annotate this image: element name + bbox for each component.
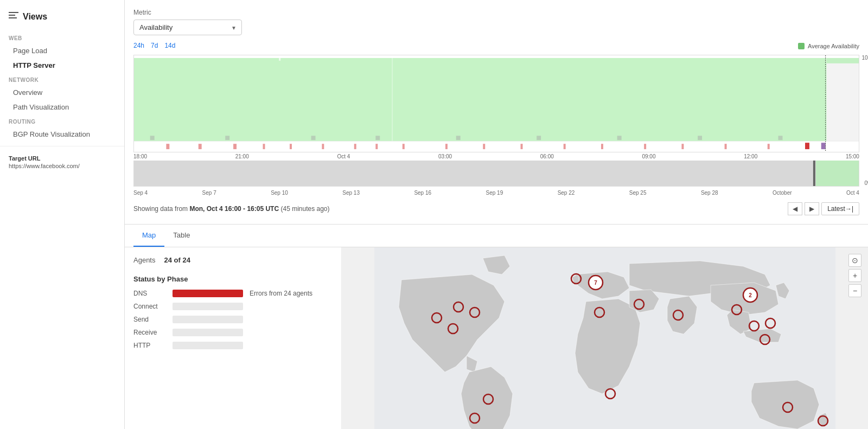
- phase-name-send: Send: [133, 316, 166, 323]
- target-url-label: Target URL: [9, 155, 116, 162]
- y-axis-0: 0%: [865, 180, 868, 186]
- map-zoom-out-btn[interactable]: −: [848, 284, 861, 297]
- sidebar-item-path-visualization[interactable]: Path Visualization: [0, 100, 124, 114]
- svg-rect-32: [456, 136, 461, 140]
- metric-label: Metric: [133, 9, 859, 16]
- x-label-1800: 18:00: [133, 153, 147, 159]
- phase-name-http: HTTP: [133, 342, 166, 349]
- map-zoom-in-btn[interactable]: +: [848, 269, 861, 282]
- x-mini-sep22: Sep 22: [558, 190, 575, 196]
- tab-table[interactable]: Table: [164, 225, 199, 247]
- metric-select-wrapper: Availability Response Time ▼: [133, 20, 242, 35]
- svg-rect-20: [564, 144, 566, 149]
- eastasia-cluster-count: 2: [749, 292, 752, 298]
- sidebar-section-routing: ROUTING: [0, 114, 124, 127]
- svg-rect-29: [225, 136, 229, 140]
- sidebar-header: Views: [0, 7, 124, 31]
- svg-rect-0: [9, 12, 18, 13]
- x-mini-sep28: Sep 28: [701, 190, 718, 196]
- x-label-2100: 21:00: [235, 153, 249, 159]
- svg-rect-31: [375, 136, 380, 140]
- phase-name-connect: Connect: [133, 303, 166, 310]
- phase-name-dns: DNS: [133, 290, 166, 297]
- sidebar: Views WEB Page Load HTTP Server NETWORK …: [0, 0, 125, 429]
- svg-rect-25: [768, 144, 770, 149]
- chart-panel: Metric Availability Response Time ▼ 24h …: [125, 0, 868, 225]
- time-btn-7d[interactable]: 7d: [151, 42, 158, 49]
- x-label-oct4: Oct 4: [337, 153, 350, 159]
- next-btn[interactable]: ▶: [805, 202, 819, 215]
- sidebar-item-overview[interactable]: Overview: [0, 85, 124, 100]
- mini-timeline-svg: [134, 161, 859, 186]
- sidebar-item-http-server[interactable]: HTTP Server: [0, 58, 124, 73]
- x-axis-mini: Sep 4 Sep 7 Sep 10 Sep 13 Sep 16 Sep 19 …: [133, 189, 859, 197]
- phase-row-send: Send: [133, 316, 333, 323]
- x-mini-october: October: [773, 190, 792, 196]
- svg-rect-35: [698, 136, 702, 140]
- svg-rect-4: [827, 58, 859, 141]
- phase-bar-receive: [173, 329, 243, 336]
- svg-rect-40: [816, 161, 859, 186]
- x-mini-sep7: Sep 7: [202, 190, 216, 196]
- phase-bar-http: [173, 342, 243, 349]
- svg-rect-12: [290, 144, 292, 149]
- svg-rect-27: [821, 143, 826, 149]
- status-bar: Showing data from Mon, Oct 4 16:00 - 16:…: [133, 197, 859, 215]
- agents-value: 24 of 24: [164, 256, 190, 264]
- svg-rect-9: [199, 144, 202, 149]
- svg-rect-7: [392, 58, 393, 141]
- x-mini-sep10: Sep 10: [271, 190, 288, 196]
- x-label-0300: 03:00: [438, 153, 452, 159]
- svg-rect-23: [681, 144, 684, 149]
- tabs-bar: Map Table: [125, 225, 868, 247]
- phase-bar-send: [173, 316, 243, 323]
- left-panel: Agents 24 of 24 Status by Phase DNS Erro…: [125, 247, 342, 429]
- prev-btn[interactable]: ◀: [788, 202, 802, 215]
- latest-btn[interactable]: Latest→|: [821, 202, 859, 215]
- map-reset-btn[interactable]: ⊙: [848, 254, 861, 267]
- svg-rect-5: [827, 58, 859, 63]
- status-text: Showing data from Mon, Oct 4 16:00 - 16:…: [133, 205, 330, 213]
- views-icon: [9, 11, 18, 22]
- svg-rect-30: [311, 136, 316, 140]
- svg-rect-41: [813, 161, 815, 186]
- x-label-0600: 06:00: [540, 153, 554, 159]
- svg-rect-26: [805, 143, 809, 149]
- phase-row-dns: DNS Errors from 24 agents: [133, 290, 333, 297]
- x-mini-sep4: Sep 4: [133, 190, 148, 196]
- status-by-phase: Status by Phase DNS Errors from 24 agent…: [133, 275, 333, 349]
- svg-rect-3: [134, 58, 827, 141]
- svg-rect-13: [322, 144, 324, 149]
- phase-bar-dns: [173, 290, 243, 297]
- dns-error-label: Errors from 24 agents: [250, 290, 312, 297]
- svg-rect-1: [9, 15, 15, 16]
- sidebar-item-page-load[interactable]: Page Load: [0, 43, 124, 58]
- svg-rect-11: [263, 144, 265, 149]
- svg-rect-36: [778, 136, 783, 140]
- target-url-value: https://www.facebook.com/: [9, 163, 116, 169]
- metric-select[interactable]: Availability Response Time: [133, 20, 242, 35]
- x-mini-sep13: Sep 13: [342, 190, 360, 196]
- phase-row-receive: Receive: [133, 329, 333, 336]
- phase-bar-connect: [173, 303, 243, 310]
- agents-label: Agents: [133, 256, 155, 264]
- svg-rect-6: [279, 58, 280, 61]
- target-url-section: Target URL https://www.facebook.com/: [0, 146, 124, 178]
- map-container: Agents 24 of 24 Status by Phase DNS Erro…: [125, 247, 868, 429]
- x-mini-oct4: Oct 4: [846, 190, 859, 196]
- svg-rect-28: [150, 136, 155, 140]
- tab-map[interactable]: Map: [133, 225, 164, 247]
- svg-rect-19: [521, 144, 523, 149]
- sidebar-item-bgp-route[interactable]: BGP Route Visualization: [0, 127, 124, 142]
- status-date: Mon, Oct 4 16:00 - 16:05 UTC: [189, 205, 279, 213]
- svg-rect-34: [617, 136, 622, 140]
- svg-rect-15: [375, 144, 378, 149]
- x-mini-sep16: Sep 16: [414, 190, 431, 196]
- svg-rect-14: [354, 144, 356, 149]
- time-btn-14d[interactable]: 14d: [164, 42, 175, 49]
- map-section: Map Table Agents 24 of 24 Status by Phas…: [125, 225, 868, 429]
- world-map-svg: 7: [342, 247, 868, 429]
- time-btn-24h[interactable]: 24h: [133, 42, 144, 49]
- phase-row-http: HTTP: [133, 342, 333, 349]
- x-label-1500: 15:00: [846, 153, 859, 159]
